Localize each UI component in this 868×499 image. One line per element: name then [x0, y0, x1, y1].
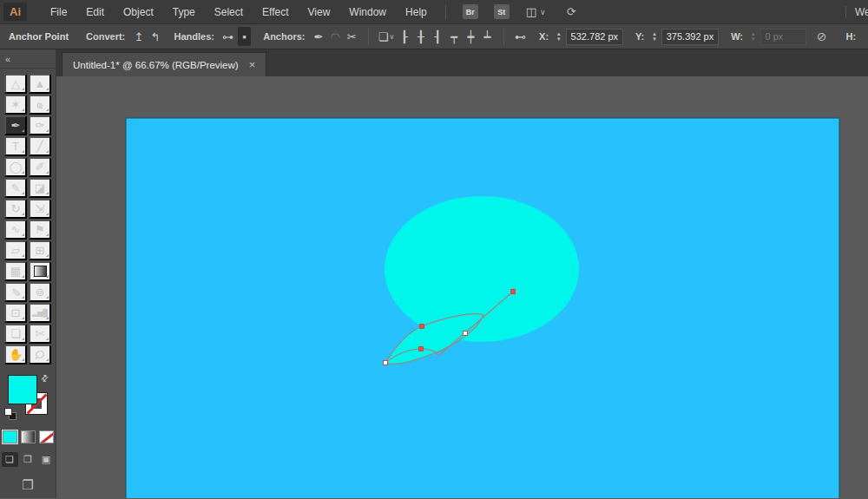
w-stepper: ▴ ▾ [752, 31, 755, 42]
eyedropper-tool[interactable]: ✎ [4, 282, 27, 302]
align-top-icon[interactable]: ┯ [448, 27, 461, 46]
width-tool[interactable]: ∿ [4, 220, 27, 240]
tool-icon: ✐ [36, 161, 45, 174]
connect-anchors-icon[interactable]: ◠ [329, 27, 342, 46]
y-input[interactable]: 375.392 px [661, 29, 719, 45]
align-horizontal-center-icon[interactable]: ╂ [414, 27, 427, 46]
fill-swatch[interactable] [8, 375, 37, 404]
menu-item[interactable]: Window [339, 6, 396, 18]
w-input: 0 px [760, 29, 806, 45]
perspective-grid-tool[interactable]: ⊞ [29, 240, 51, 260]
isolate-selection-button[interactable]: ❏ ∨ [378, 27, 395, 46]
tool-icon: ⚑ [35, 223, 45, 236]
collapse-panel-icon[interactable]: « [5, 54, 10, 64]
rotate-tool[interactable]: ↻ [4, 199, 27, 219]
swap-fill-stroke-icon[interactable]: ⇄ [38, 372, 50, 384]
anchors-label: Anchors: [263, 31, 305, 42]
color-mode-row [3, 430, 54, 443]
workspace-name[interactable]: Web [845, 6, 868, 18]
tool-icon: ❏ [10, 327, 21, 340]
pen-tool[interactable]: ✒ [4, 115, 27, 135]
menu-item[interactable]: Select [205, 6, 253, 18]
close-icon[interactable]: × [249, 59, 256, 70]
align-bottom-icon[interactable]: ┷ [481, 27, 494, 46]
tool-icon: ▱ [11, 244, 20, 257]
scale-tool[interactable]: ⇲ [29, 199, 51, 219]
gradient-button[interactable] [21, 430, 36, 443]
show-handles-icon[interactable]: ⊶ [221, 27, 234, 46]
canvas[interactable] [56, 76, 868, 498]
align-vertical-center-icon[interactable]: ┿ [464, 27, 477, 46]
cyan-ellipse[interactable] [385, 196, 579, 342]
symbol-sprayer-tool[interactable]: ⊡ [4, 303, 27, 323]
x-input[interactable]: 532.782 px [566, 29, 623, 45]
eraser-tool[interactable]: ◪ [29, 178, 51, 198]
change-screen-mode-icon[interactable]: ❐ [22, 477, 33, 493]
magic-wand-tool[interactable]: ✶ [4, 95, 27, 115]
constrain-proportions-icon[interactable]: ⊘ [817, 30, 827, 43]
lasso-tool[interactable]: ҩ [29, 95, 51, 115]
line-segment-tool[interactable]: ╱ [29, 136, 51, 156]
paintbrush-tool[interactable]: ✐ [29, 157, 51, 177]
draw-behind-icon[interactable]: ❐ [20, 452, 36, 467]
tool-icon: ∿ [11, 223, 21, 236]
remove-anchor-icon[interactable]: ✒ [312, 27, 325, 46]
convert-label: Convert: [86, 31, 125, 42]
slice-tool[interactable]: ✄ [29, 324, 51, 344]
gradient-tool[interactable] [29, 261, 51, 281]
draw-normal-icon[interactable]: ❏ [2, 452, 18, 467]
puppet-warp-tool[interactable]: ⚑ [29, 220, 51, 240]
stepper-down-icon[interactable]: ▾ [653, 36, 656, 42]
chevron-down-icon: ∨ [540, 8, 546, 16]
convert-to-smooth-icon[interactable]: ↥ [132, 27, 145, 46]
blend-tool[interactable]: ⊚ [29, 282, 51, 302]
menu-item[interactable]: Effect [253, 6, 298, 18]
app-badge-button[interactable]: St [494, 4, 510, 19]
cut-path-icon[interactable]: ✂ [345, 27, 358, 46]
zoom-tool[interactable]: Ϙ [29, 345, 51, 364]
menu-item[interactable]: Edit [76, 6, 114, 18]
sync-settings-icon[interactable]: ⟳ [567, 5, 576, 18]
distribute-spacing-icon[interactable]: ⊷ [514, 27, 527, 46]
stepper-down-icon[interactable]: ▾ [557, 36, 561, 42]
menu-item[interactable]: Object [114, 6, 163, 18]
tool-icon: T [12, 140, 19, 153]
app-badge-button[interactable]: Br [463, 4, 478, 19]
mesh-tool[interactable]: ▦ [4, 261, 27, 281]
ellipse-tool[interactable]: ◯ [4, 157, 27, 177]
menu-separator [445, 5, 446, 19]
anchor-point[interactable] [419, 324, 424, 329]
document-tab[interactable]: Untitled-1* @ 66.67% (RGB/Preview) × [62, 52, 266, 76]
artboard-tool[interactable]: ❏ [4, 324, 27, 344]
default-fill-stroke-icon[interactable] [4, 408, 16, 420]
tool-icon: ⇲ [36, 202, 45, 215]
anchor-point[interactable] [463, 331, 468, 336]
menu-item[interactable]: File [41, 6, 76, 18]
tool-icon: ✄ [36, 327, 45, 340]
none-button[interactable] [39, 430, 54, 443]
align-left-icon[interactable]: ┠ [398, 27, 411, 46]
type-tool[interactable]: T [4, 136, 27, 156]
shaper-tool[interactable]: ✎ [4, 178, 27, 198]
selection-tool[interactable]: △ [4, 74, 27, 94]
hide-handles-icon[interactable]: ▪ [238, 27, 251, 46]
menu-item[interactable]: Help [396, 6, 437, 18]
color-button[interactable] [3, 430, 17, 443]
y-stepper[interactable]: ▴ ▾ [653, 31, 656, 42]
anchor-point[interactable] [418, 346, 424, 351]
anchor-point[interactable] [383, 360, 388, 365]
draw-inside-icon[interactable]: ▣ [38, 452, 55, 467]
convert-to-corner-icon[interactable]: ↰ [148, 27, 161, 46]
anchor-point[interactable] [510, 289, 516, 294]
column-graph-tool[interactable]: ▂▅█ [29, 303, 51, 323]
workspace-layout-button[interactable]: ◫ ∨ [526, 5, 546, 18]
align-right-icon[interactable]: ┨ [431, 27, 444, 46]
direct-selection-tool[interactable]: ▲ [29, 74, 51, 94]
curvature-tool[interactable]: ✑ [29, 115, 51, 135]
context-label: Anchor Point [9, 31, 69, 42]
menu-item[interactable]: Type [163, 6, 205, 18]
hand-tool[interactable]: ✋ [4, 345, 27, 364]
menu-item[interactable]: View [299, 6, 340, 18]
x-stepper[interactable]: ▴ ▾ [557, 31, 561, 42]
shape-builder-tool[interactable]: ▱ [4, 240, 27, 260]
